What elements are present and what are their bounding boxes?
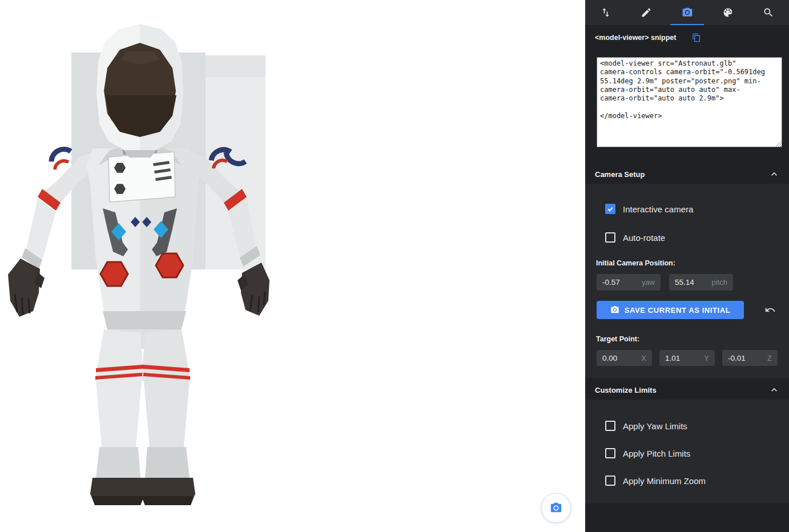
- target-x-suffix: X: [641, 354, 646, 362]
- auto-rotate-row[interactable]: Auto-rotate: [605, 231, 789, 244]
- target-z-field[interactable]: -0.01 Z: [722, 350, 778, 366]
- copy-icon: [692, 33, 701, 42]
- customize-limits-header[interactable]: Customize Limits: [585, 380, 789, 400]
- auto-rotate-label: Auto-rotate: [623, 233, 665, 243]
- search-icon: [763, 7, 774, 18]
- apply-minimum-zoom-checkbox[interactable]: [605, 475, 615, 486]
- pitch-suffix: pitch: [712, 278, 727, 287]
- edit-icon: [641, 7, 652, 18]
- target-y-field[interactable]: 1.01 Y: [659, 350, 715, 366]
- initial-camera-position-label: Initial Camera Position:: [596, 259, 789, 268]
- save-button-label: SAVE CURRENT AS INITIAL: [625, 306, 731, 315]
- tab-edit[interactable]: [626, 0, 666, 25]
- tab-camera[interactable]: [667, 0, 707, 25]
- interactive-camera-row[interactable]: Interactive camera: [605, 202, 789, 216]
- apply-pitch-limits-row[interactable]: Apply Pitch Limits: [605, 446, 789, 460]
- screenshot-fab-button[interactable]: [541, 493, 571, 523]
- apply-pitch-limits-checkbox[interactable]: [605, 448, 615, 458]
- pitch-value: 55.14: [675, 278, 694, 287]
- camera-setup-body: Interactive camera Auto-rotate Initial C…: [585, 184, 789, 378]
- target-y-value: 1.01: [665, 354, 680, 362]
- yaw-field[interactable]: -0.57 yaw: [597, 274, 661, 291]
- pitch-field[interactable]: 55.14 pitch: [669, 274, 733, 291]
- astronaut-model[interactable]: [7, 20, 275, 511]
- customize-limits-title: Customize Limits: [595, 386, 657, 394]
- apply-yaw-limits-row[interactable]: Apply Yaw Limits: [605, 419, 789, 433]
- tab-materials[interactable]: [707, 0, 748, 25]
- customize-limits-body: Apply Yaw Limits Apply Pitch Limits Appl…: [585, 400, 789, 503]
- snippet-label: <model-viewer> snippet: [595, 34, 676, 42]
- model-viewport[interactable]: [0, 0, 585, 532]
- camera-setup-header[interactable]: Camera Setup: [585, 164, 789, 184]
- undo-button[interactable]: [764, 304, 776, 316]
- apply-minimum-zoom-label: Apply Minimum Zoom: [623, 476, 706, 486]
- save-current-as-initial-button[interactable]: SAVE CURRENT AS INITIAL: [597, 301, 744, 319]
- apply-yaw-limits-label: Apply Yaw Limits: [623, 421, 687, 431]
- import-export-icon: [600, 7, 611, 18]
- check-icon: [606, 205, 614, 213]
- camera-icon: [550, 502, 562, 514]
- chevron-up-icon: [768, 384, 780, 396]
- yaw-suffix: yaw: [642, 278, 655, 287]
- tab-inspector[interactable]: [748, 0, 789, 25]
- camera-icon: [610, 305, 619, 315]
- camera-icon: [682, 7, 693, 18]
- tab-bar: [585, 0, 789, 25]
- undo-icon: [764, 304, 776, 316]
- palette-icon: [722, 7, 734, 18]
- target-point-label: Target Point:: [596, 335, 789, 344]
- target-z-value: -0.01: [728, 354, 746, 362]
- apply-yaw-limits-checkbox[interactable]: [605, 421, 615, 431]
- snippet-code-textarea[interactable]: <model-viewer src="Astronaut.glb" camera…: [597, 57, 782, 147]
- target-x-value: 0.00: [602, 354, 617, 362]
- auto-rotate-checkbox[interactable]: [605, 232, 615, 243]
- apply-pitch-limits-label: Apply Pitch Limits: [623, 449, 690, 458]
- interactive-camera-label: Interactive camera: [623, 204, 693, 214]
- chevron-up-icon: [768, 168, 780, 180]
- model-viewer-editor: <model-viewer> snippet <model-viewer src…: [0, 0, 789, 532]
- target-x-field[interactable]: 0.00 X: [597, 350, 652, 366]
- tab-file[interactable]: [585, 0, 626, 25]
- interactive-camera-checkbox[interactable]: [605, 204, 615, 214]
- editor-panel: <model-viewer> snippet <model-viewer src…: [585, 0, 789, 532]
- apply-minimum-zoom-row[interactable]: Apply Minimum Zoom: [605, 474, 789, 487]
- target-y-suffix: Y: [704, 354, 709, 362]
- copy-snippet-button[interactable]: [692, 33, 701, 42]
- target-z-suffix: Z: [767, 354, 772, 362]
- camera-setup-title: Camera Setup: [595, 170, 645, 179]
- yaw-value: -0.57: [602, 278, 620, 287]
